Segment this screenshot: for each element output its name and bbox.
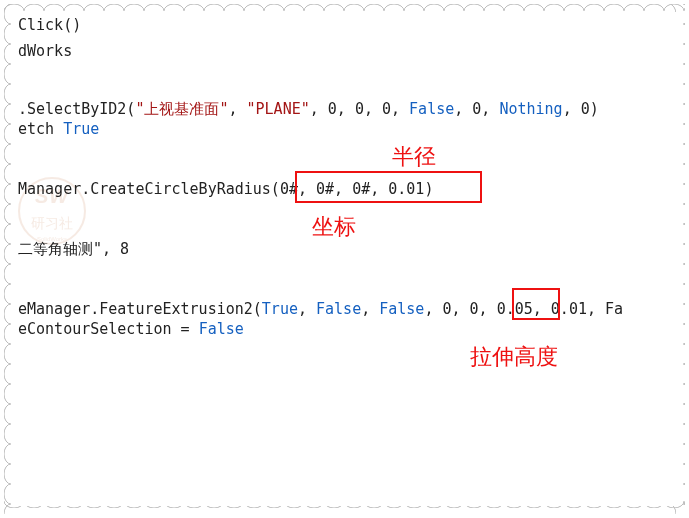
annotation-height: 拉伸高度	[470, 342, 558, 372]
code-panel: SW 研习社 SolidWorks Click() dWorks .Select…	[12, 12, 677, 506]
code-line-3: .SelectByID2("上视基准面", "PLANE", 0, 0, 0, …	[18, 100, 599, 119]
annotation-radius: 半径	[392, 142, 436, 172]
code-line-8: eContourSelection = False	[18, 320, 244, 338]
watermark-mid: 研习社	[20, 215, 84, 233]
code-line-4: etch True	[18, 120, 99, 138]
code-line-1: Click()	[18, 16, 81, 34]
highlight-box-height	[512, 288, 560, 320]
annotation-coord: 坐标	[312, 212, 356, 242]
code-line-6: 二等角轴测", 8	[18, 240, 129, 259]
code-line-2: dWorks	[18, 42, 72, 60]
highlight-box-params	[295, 171, 482, 203]
